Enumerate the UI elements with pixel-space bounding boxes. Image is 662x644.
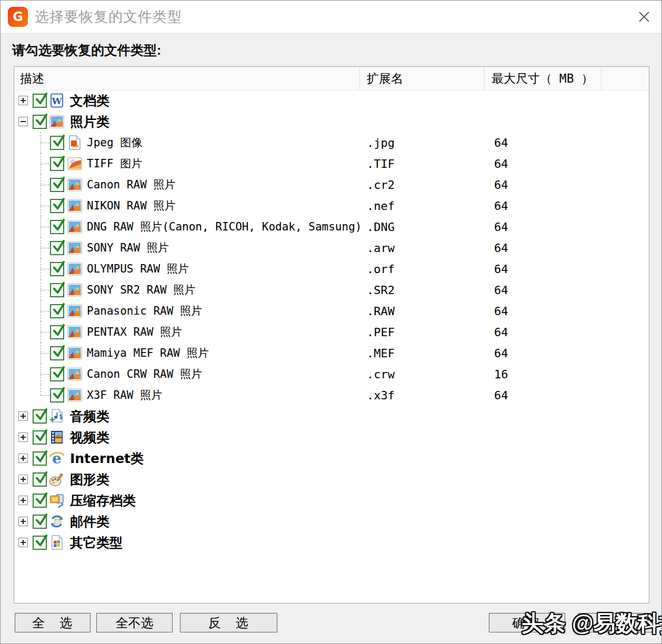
tree-branch-line: [41, 269, 49, 269]
select-none-button[interactable]: 全不选: [96, 613, 173, 632]
photo-icon: [67, 282, 83, 298]
app-logo-icon: G: [8, 7, 28, 27]
column-header-blank: [601, 67, 649, 90]
row-label: SONY RAW 照片: [87, 240, 169, 255]
tree-branch-line: [41, 227, 49, 227]
checkbox-checked[interactable]: [50, 304, 64, 318]
checkbox-checked[interactable]: [50, 136, 64, 150]
row-label: Panasonic RAW 照片: [87, 304, 202, 318]
tree-row-item[interactable]: TIFF 图片.TIF64: [14, 153, 649, 174]
tree-row-category[interactable]: 音频类: [14, 406, 649, 427]
tree-row-item[interactable]: Canon RAW 照片.cr264: [14, 174, 649, 195]
close-icon: [637, 10, 651, 24]
checkbox-checked[interactable]: [33, 494, 47, 508]
tree-branch-line: [41, 374, 49, 375]
checkbox-checked[interactable]: [33, 409, 47, 424]
photo-icon: [67, 324, 83, 340]
expand-icon[interactable]: [18, 96, 28, 105]
tree-row-item[interactable]: Mamiya MEF RAW 照片.MEF64: [14, 343, 649, 364]
checkbox-checked[interactable]: [50, 325, 64, 339]
tree-row-category[interactable]: 其它类型: [14, 532, 649, 553]
checkbox-checked[interactable]: [50, 262, 64, 276]
tree-row-category[interactable]: eInternet类: [14, 448, 649, 469]
column-header-description[interactable]: 描述: [14, 67, 360, 90]
checkbox-checked[interactable]: [33, 536, 47, 550]
checkbox-checked[interactable]: [50, 388, 64, 402]
column-header-extension[interactable]: 扩展名: [360, 67, 485, 90]
video-icon: [49, 429, 65, 445]
checkbox-checked[interactable]: [33, 451, 47, 466]
row-label: 邮件类: [70, 513, 109, 530]
checkbox-checked[interactable]: [50, 220, 64, 234]
row-label: 压缩存档类: [70, 492, 136, 509]
tree-row-category[interactable]: 图形类: [14, 469, 649, 490]
checkbox-checked[interactable]: [33, 115, 47, 129]
row-label: OLYMPUS RAW 照片: [87, 261, 189, 276]
row-max-size: 64: [485, 389, 601, 402]
tree-row-item[interactable]: X3F RAW 照片.x3f64: [14, 385, 649, 406]
row-label: Canon RAW 照片: [87, 177, 175, 192]
row-max-size: 64: [485, 305, 601, 318]
prompt-label: 请勾选要恢复的文件类型:: [12, 42, 161, 59]
checkbox-checked[interactable]: [33, 515, 47, 529]
invert-selection-button[interactable]: 反 选: [180, 613, 277, 632]
tree-row-category[interactable]: 压缩存档类: [14, 490, 649, 511]
row-max-size: 16: [485, 368, 601, 381]
expand-icon[interactable]: [18, 517, 28, 526]
tree-row-item[interactable]: PENTAX RAW 照片.PEF64: [14, 321, 649, 343]
photo-icon: [67, 366, 83, 382]
tree-branch-line: [41, 185, 49, 185]
expand-icon[interactable]: [18, 475, 28, 484]
checkbox-checked[interactable]: [50, 241, 64, 255]
tree-branch-line: [41, 206, 49, 206]
row-extension: .MEF: [360, 347, 485, 360]
row-extension: .cr2: [360, 178, 485, 192]
close-button[interactable]: [635, 8, 653, 26]
tree-row-item[interactable]: OLYMPUS RAW 照片.orf64: [14, 258, 649, 279]
photo-icon: [67, 261, 83, 277]
tree-row-item[interactable]: Panasonic RAW 照片.RAW64: [14, 300, 649, 321]
checkbox-checked[interactable]: [33, 94, 47, 108]
row-extension: .orf: [360, 263, 485, 276]
tree-branch-line: [41, 353, 49, 354]
expand-icon[interactable]: [18, 538, 28, 547]
row-max-size: 64: [485, 220, 601, 234]
checkbox-checked[interactable]: [50, 283, 64, 297]
row-label: 文档类: [70, 92, 109, 109]
row-max-size: 64: [485, 284, 601, 297]
row-extension: .RAW: [360, 305, 485, 318]
tree-row-item[interactable]: SONY RAW 照片.arw64: [14, 237, 649, 258]
expand-icon[interactable]: [18, 432, 28, 442]
expand-icon[interactable]: [18, 454, 28, 463]
tree-rows: W文档类照片类Jpeg 图像.jpg64TIFF 图片.TIF64Canon R…: [14, 90, 649, 603]
tree-row-category[interactable]: 视频类: [14, 427, 649, 448]
tree-row-category[interactable]: 邮件类: [14, 511, 649, 532]
tree-row-category[interactable]: W文档类: [14, 90, 649, 111]
tree-row-item[interactable]: Canon CRW RAW 照片.crw16: [14, 364, 649, 385]
app-logo-glyph: G: [13, 11, 23, 23]
tree-row-category[interactable]: 照片类: [14, 111, 649, 132]
expand-icon[interactable]: [18, 411, 28, 421]
collapse-icon[interactable]: [18, 117, 28, 126]
column-header-maxsize[interactable]: 最大尺寸（ MB ）: [485, 67, 601, 90]
checkbox-checked[interactable]: [50, 178, 64, 192]
tree-row-item[interactable]: NIKON RAW 照片.nef64: [14, 195, 649, 216]
checkbox-checked[interactable]: [33, 472, 47, 487]
photo-icon: [67, 240, 83, 256]
tree-row-item[interactable]: Jpeg 图像.jpg64: [14, 132, 649, 153]
checkbox-checked[interactable]: [33, 430, 47, 445]
checkbox-checked[interactable]: [50, 157, 64, 171]
select-all-button[interactable]: 全 选: [15, 613, 91, 632]
checkbox-checked[interactable]: [50, 199, 64, 213]
list-header: 描述 扩展名 最大尺寸（ MB ）: [14, 67, 649, 90]
photo-icon: [67, 345, 83, 361]
expand-icon[interactable]: [18, 496, 28, 505]
checkbox-checked[interactable]: [50, 367, 64, 381]
checkbox-checked[interactable]: [50, 346, 64, 360]
tree-row-item[interactable]: SONY SR2 RAW 照片.SR264: [14, 279, 649, 300]
internet-icon: e: [49, 450, 65, 466]
tree-row-item[interactable]: DNG RAW 照片(Canon, RICOH, Kodak, Samsung)…: [14, 216, 649, 237]
row-max-size: 64: [485, 178, 601, 192]
tiff-file-icon: [67, 156, 83, 172]
tree-branch-line: [41, 143, 49, 143]
